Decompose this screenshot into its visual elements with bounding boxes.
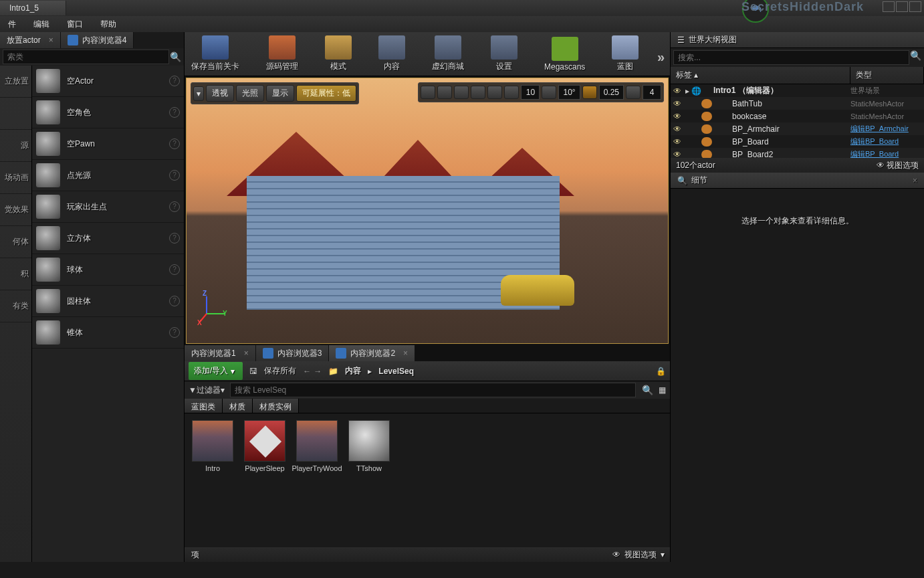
- add-import-button[interactable]: 添加/导入▾: [189, 362, 243, 380]
- outliner-search[interactable]: [673, 50, 909, 65]
- level-viewport[interactable]: ▾ 透视 光照 显示 可延展性：低 10 10°: [186, 78, 669, 344]
- grid-snap-icon[interactable]: [504, 86, 519, 99]
- asset-item[interactable]: PlayerTryWood: [296, 420, 338, 541]
- actor-list-item[interactable]: 空角色?: [32, 97, 184, 128]
- info-icon[interactable]: ?: [169, 201, 180, 212]
- category-item[interactable]: [0, 98, 31, 130]
- outliner-root-row[interactable]: 👁 ▸ 🌐 Intro1 （编辑器） 世界场景: [671, 84, 924, 97]
- outliner-col-label[interactable]: 标签 ▴: [671, 67, 850, 84]
- toolbar-源码管理[interactable]: 源码管理: [266, 35, 298, 72]
- actor-list-item[interactable]: 空Pawn?: [32, 128, 184, 160]
- actor-type[interactable]: 编辑BP_Board: [850, 149, 924, 158]
- asset-item[interactable]: TTshow: [348, 420, 390, 541]
- camera-speed-scalar[interactable]: 4: [643, 85, 661, 100]
- info-icon[interactable]: ?: [169, 107, 180, 118]
- close-button[interactable]: [909, 1, 921, 12]
- info-icon[interactable]: ?: [169, 138, 180, 149]
- filter-pill-material[interactable]: 材质: [223, 399, 253, 413]
- info-icon[interactable]: ?: [169, 76, 180, 86]
- angle-snap-value[interactable]: 10°: [558, 85, 580, 100]
- close-icon[interactable]: ×: [244, 349, 249, 358]
- menu-file[interactable]: 件: [4, 17, 20, 32]
- minimize-button[interactable]: [883, 1, 895, 12]
- toolbar-保存当前关卡[interactable]: 保存当前关卡: [191, 35, 239, 72]
- coord-space-icon[interactable]: [487, 86, 502, 99]
- transform-move-icon[interactable]: [437, 86, 452, 99]
- close-icon[interactable]: ×: [403, 349, 408, 358]
- transform-select-icon[interactable]: [421, 86, 435, 99]
- close-icon[interactable]: ×: [49, 35, 53, 45]
- toolbar-虚幻商城[interactable]: 虚幻商城: [432, 35, 464, 72]
- breadcrumb-leaf[interactable]: LevelSeq: [378, 367, 414, 376]
- save-icon[interactable]: 🖫: [249, 367, 257, 376]
- actor-list-item[interactable]: 锥体?: [32, 317, 184, 349]
- view-options-button[interactable]: 视图选项: [624, 549, 657, 561]
- menu-window[interactable]: 窗口: [63, 17, 87, 32]
- search-icon[interactable]: 🔍: [169, 52, 181, 62]
- details-tab[interactable]: 🔍 细节 ×: [671, 173, 924, 189]
- tab-content-browser-3[interactable]: 内容浏览器3: [256, 345, 330, 361]
- toolbar-设置[interactable]: 设置: [491, 35, 517, 72]
- actor-list-item[interactable]: 立方体?: [32, 223, 184, 254]
- save-all-button[interactable]: 保存所有: [264, 365, 296, 377]
- visibility-icon[interactable]: 👁: [673, 150, 685, 159]
- toolbar-overflow-icon[interactable]: »: [657, 50, 665, 65]
- outliner-row[interactable]: 👁BP_Armchair编辑BP_Armchair: [671, 122, 924, 135]
- viewmode-lit[interactable]: 光照: [236, 85, 264, 102]
- actor-type[interactable]: 编辑BP_Board: [850, 136, 924, 147]
- menu-edit[interactable]: 编辑: [29, 17, 53, 32]
- category-item[interactable]: 觉效果: [0, 194, 31, 226]
- scale-snap-icon[interactable]: [582, 86, 597, 99]
- info-icon[interactable]: ?: [169, 296, 180, 306]
- search-icon[interactable]: 🔍: [641, 385, 653, 395]
- lock-icon[interactable]: 🔒: [656, 367, 666, 376]
- outliner-row[interactable]: 👁BathTubStaticMeshActor: [671, 97, 924, 110]
- info-icon[interactable]: ?: [169, 233, 180, 244]
- actor-type[interactable]: 编辑BP_Armchair: [850, 124, 924, 134]
- world-outliner-tab[interactable]: ☰ 世界大纲视图: [671, 32, 924, 48]
- visibility-icon[interactable]: 👁: [673, 86, 685, 96]
- nav-back-icon[interactable]: ←: [303, 367, 311, 376]
- tab-place-actors[interactable]: 放置actor×: [0, 32, 61, 48]
- toolbar-蓝图[interactable]: 蓝图: [612, 35, 639, 72]
- outliner-row[interactable]: 👁BP_Board2编辑BP_Board: [671, 148, 924, 158]
- actor-list-item[interactable]: 空Actor?: [32, 66, 184, 97]
- transform-scale-icon[interactable]: [471, 86, 485, 99]
- folder-icon[interactable]: 📁: [328, 367, 338, 376]
- toolbar-Megascans[interactable]: Megascans: [544, 37, 585, 72]
- visibility-icon[interactable]: 👁: [673, 137, 685, 147]
- nav-forward-icon[interactable]: →: [314, 367, 322, 376]
- outliner-tree[interactable]: 👁 ▸ 🌐 Intro1 （编辑器） 世界场景 👁BathTubStaticMe…: [671, 84, 924, 158]
- asset-grid[interactable]: IntroPlayerSleepPlayerTryWoodTTshow: [185, 413, 670, 547]
- asset-item[interactable]: Intro: [191, 420, 234, 541]
- info-icon[interactable]: ?: [169, 327, 180, 338]
- place-actors-search[interactable]: [3, 50, 169, 64]
- camera-speed-value[interactable]: 0.25: [599, 85, 624, 100]
- close-icon[interactable]: ×: [913, 176, 917, 185]
- filter-pill-material-instance[interactable]: 材质实例: [253, 399, 299, 413]
- actor-list-item[interactable]: 圆柱体?: [32, 286, 184, 317]
- show-button[interactable]: 显示: [266, 85, 294, 102]
- category-item[interactable]: 积: [0, 258, 31, 290]
- settings-icon[interactable]: ▦: [659, 385, 666, 395]
- visibility-icon[interactable]: 👁: [673, 112, 685, 121]
- maximize-button[interactable]: [896, 1, 908, 12]
- info-icon[interactable]: ?: [169, 264, 180, 275]
- outliner-col-type[interactable]: 类型: [850, 67, 924, 84]
- filter-button[interactable]: ▼过滤器▾: [189, 385, 225, 396]
- outliner-row[interactable]: 👁bookcaseStaticMeshActor: [671, 110, 924, 122]
- search-icon[interactable]: 🔍: [909, 50, 921, 65]
- actor-list-item[interactable]: 球体?: [32, 254, 184, 286]
- visibility-icon[interactable]: 👁: [673, 124, 685, 134]
- angle-snap-icon[interactable]: [542, 86, 556, 99]
- menu-help[interactable]: 帮助: [96, 17, 120, 32]
- content-search-input[interactable]: [230, 383, 636, 397]
- camera-icon[interactable]: [626, 86, 641, 99]
- category-item[interactable]: 源: [0, 130, 31, 162]
- viewmode-perspective[interactable]: 透视: [206, 85, 234, 102]
- category-item[interactable]: 立放置: [0, 66, 31, 98]
- visibility-icon[interactable]: 👁: [673, 99, 685, 108]
- breadcrumb-root[interactable]: 内容: [345, 365, 361, 377]
- category-item[interactable]: 场动画: [0, 162, 31, 194]
- view-options-button[interactable]: 视图选项: [887, 161, 919, 170]
